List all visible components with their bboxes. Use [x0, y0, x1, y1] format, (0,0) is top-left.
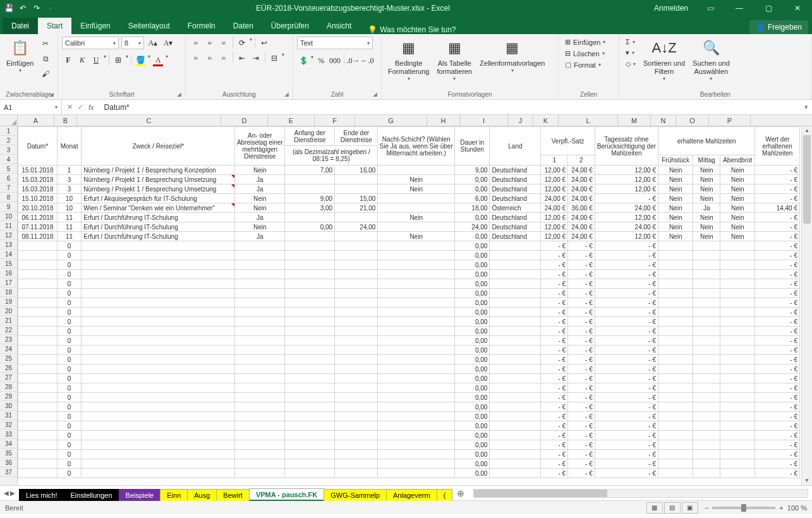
table-row[interactable]: 00,00- €- €- €- € [18, 412, 800, 421]
cell[interactable]: - € [595, 402, 658, 412]
cell[interactable]: 0 [57, 289, 81, 298]
row-header-17[interactable]: 17 [0, 278, 17, 287]
cell[interactable]: Nein [658, 232, 693, 241]
cell[interactable] [490, 440, 541, 450]
ribbon-options-icon[interactable]: ▭ [696, 0, 725, 16]
cell[interactable]: 0 [57, 469, 81, 478]
cell[interactable] [335, 298, 378, 308]
cell[interactable]: 08.11.2018 [18, 232, 58, 241]
cell[interactable] [335, 383, 378, 393]
cell[interactable] [82, 469, 235, 478]
header-cell[interactable]: Ende der Dienstreise [335, 127, 378, 146]
cell[interactable] [235, 308, 285, 317]
cell[interactable]: - € [568, 383, 595, 393]
formula-input[interactable]: Datum* [99, 100, 801, 114]
cell[interactable]: 0,00 [454, 327, 489, 336]
cell[interactable]: 0 [57, 260, 81, 270]
cell[interactable]: Nein [658, 166, 693, 175]
cell[interactable] [490, 336, 541, 346]
cell[interactable]: 12,00 € [595, 232, 658, 241]
row-header-11[interactable]: 11 [0, 221, 17, 231]
cell[interactable] [235, 279, 285, 289]
cell[interactable] [658, 241, 693, 251]
cell[interactable] [335, 346, 378, 355]
cell[interactable]: - € [595, 241, 658, 251]
cell[interactable] [335, 279, 378, 289]
cell[interactable]: - € [541, 469, 568, 478]
cell[interactable]: 0 [57, 459, 81, 469]
cell[interactable] [720, 251, 755, 260]
row-header-3[interactable]: 3 [0, 145, 17, 155]
cell[interactable]: 24,00 € [568, 213, 595, 222]
cell[interactable] [82, 383, 235, 393]
cell[interactable]: - € [595, 355, 658, 364]
row-header-26[interactable]: 26 [0, 363, 17, 373]
cell[interactable]: 12,00 € [595, 184, 658, 194]
cell[interactable] [378, 260, 455, 270]
header-cell[interactable]: Mittag [693, 155, 720, 166]
enter-formula-icon[interactable]: ✓ [78, 103, 83, 111]
cell[interactable] [378, 289, 455, 298]
cell[interactable] [720, 469, 755, 478]
sheet-nav-prev-icon[interactable]: ◀ [4, 490, 9, 497]
cell[interactable] [378, 364, 455, 374]
signin-link[interactable]: Anmelden [646, 4, 696, 13]
cell[interactable]: 12,00 € [595, 166, 658, 175]
cell[interactable] [693, 308, 720, 317]
cell[interactable] [235, 298, 285, 308]
cell[interactable]: 3 [57, 175, 81, 184]
cell[interactable] [335, 431, 378, 440]
table-row[interactable]: 00,00- €- €- €- € [18, 364, 800, 374]
cell[interactable] [285, 241, 335, 251]
cell[interactable]: - € [595, 270, 658, 279]
redo-icon[interactable]: ↷ [32, 3, 42, 13]
cell[interactable] [335, 440, 378, 450]
cell[interactable]: 0 [57, 336, 81, 346]
cell[interactable]: - € [568, 374, 595, 383]
cell[interactable] [82, 327, 235, 336]
cell[interactable] [285, 393, 335, 402]
cell[interactable] [285, 469, 335, 478]
cell[interactable]: - € [541, 393, 568, 402]
cell[interactable]: 21,00 [335, 203, 378, 213]
cell[interactable] [720, 440, 755, 450]
cell[interactable] [285, 308, 335, 317]
cell[interactable]: Nein [378, 213, 455, 222]
cell[interactable] [82, 317, 235, 327]
cell[interactable] [335, 270, 378, 279]
cell[interactable]: Nein [235, 222, 285, 232]
cell[interactable]: - € [541, 364, 568, 374]
cell[interactable] [82, 374, 235, 383]
cell[interactable]: Nein [235, 166, 285, 175]
cell[interactable]: 0,00 [454, 289, 489, 298]
cell[interactable] [82, 251, 235, 260]
header-cell[interactable]: Wert der erhaltenen Mahlzeiten [755, 127, 800, 166]
table-row[interactable]: 00,00- €- €- €- € [18, 440, 800, 450]
header-cell[interactable]: Tagessatz ohne Berücksichtigung der Mahl… [595, 127, 658, 166]
table-row[interactable]: 00,00- €- €- €- € [18, 279, 800, 289]
table-row[interactable]: 15.01.20181Nürnberg / Projekt 1 / Bespre… [18, 166, 800, 175]
cell[interactable] [285, 421, 335, 431]
cell[interactable] [335, 289, 378, 298]
cell[interactable] [285, 232, 335, 241]
tab-data[interactable]: Daten [224, 18, 262, 34]
cell[interactable] [693, 383, 720, 393]
cell[interactable]: - € [541, 431, 568, 440]
cell[interactable] [235, 327, 285, 336]
cell[interactable]: - € [755, 383, 800, 393]
cell[interactable]: 0,00 [454, 440, 489, 450]
cell[interactable] [720, 317, 755, 327]
table-row[interactable]: 00,00- €- €- €- € [18, 393, 800, 402]
cell[interactable]: - € [755, 355, 800, 364]
cell[interactable]: - € [595, 260, 658, 270]
cell[interactable]: - € [755, 412, 800, 421]
cell[interactable] [82, 450, 235, 459]
cell[interactable]: - € [541, 327, 568, 336]
cell[interactable]: 36,00 € [568, 203, 595, 213]
table-row[interactable]: 00,00- €- €- €- € [18, 459, 800, 469]
cell[interactable] [658, 393, 693, 402]
percent-format-icon[interactable]: % [315, 54, 327, 67]
cell[interactable] [378, 241, 455, 251]
qat-dropdown-icon[interactable]: ▾ [45, 3, 56, 13]
cell[interactable] [693, 412, 720, 421]
